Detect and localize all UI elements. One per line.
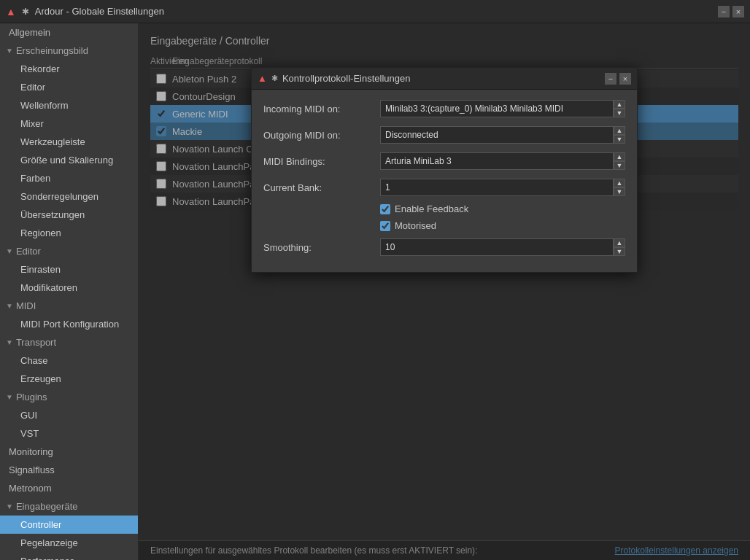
sidebar-item-werkzeugleiste[interactable]: Werkzeugleiste [0,133,138,151]
enable-feedback-label: Enable Feedback [395,203,468,214]
app-logo: ▲ [6,6,16,18]
incoming-midi-label: Incoming MIDI on: [263,104,380,114]
sidebar-item-einrasten[interactable]: Einrasten [0,260,138,279]
modal-settings-icon: ✱ [271,74,278,83]
current-bank-row: Current Bank: ▲ ▼ [263,177,625,198]
sidebar-item-metronom[interactable]: Metronom [0,479,138,497]
enable-feedback-checkbox[interactable] [380,204,390,214]
sidebar-item-monitoring[interactable]: Monitoring [0,443,138,461]
sidebar-item-gui[interactable]: GUI [0,406,138,424]
incoming-down-btn[interactable]: ▼ [614,109,625,117]
close-button[interactable]: × [732,6,744,18]
triangle-plugins: ▼ [6,393,13,401]
smoothing-row: Smoothing: ▲ ▼ [263,237,625,257]
triangle-midi: ▼ [6,302,13,310]
modal-body: Incoming MIDI on: Minilab3 3:(capture_0)… [252,90,637,272]
modal-title: Kontrollprotokoll-Einstellungen [282,73,411,84]
sidebar-item-wellenform[interactable]: Wellenform [0,96,138,114]
modal-overlay: ▲ ✱ Kontrollprotokoll-Einstellungen − × … [139,23,750,560]
sidebar-item-signalfluss[interactable]: Signalfluss [0,461,138,479]
sidebar-item-erzeugen[interactable]: Erzeugen [0,370,138,388]
sidebar-item-pegelanzeige[interactable]: Pegelanzeige [0,534,138,552]
sidebar: Allgemein ▼ Erscheinungsbild Rekorder Ed… [0,23,139,560]
enable-feedback-row: Enable Feedback [380,203,625,214]
midi-bindings-select[interactable]: Arturia MiniLab 3 [380,152,614,170]
modal-titlebar: ▲ ✱ Kontrollprotokoll-Einstellungen − × [252,68,637,90]
sidebar-group-editor2[interactable]: ▼ Editor [0,242,138,260]
sidebar-item-rekorder[interactable]: Rekorder [0,60,138,78]
sidebar-item-mixer[interactable]: Mixer [0,114,138,133]
incoming-midi-select[interactable]: Minilab3 3:(capture_0) Minilab3 Minilab3… [380,100,614,117]
motorised-checkbox[interactable] [380,221,390,231]
bank-up-btn[interactable]: ▲ [614,179,625,187]
sidebar-item-performance[interactable]: Performance [0,552,138,560]
sidebar-group-transport[interactable]: ▼ Transport [0,333,138,351]
sidebar-item-farben[interactable]: Farben [0,169,138,187]
triangle-erscheinungsbild: ▼ [6,47,13,55]
sidebar-item-groesse[interactable]: Größe und Skalierung [0,151,138,169]
sidebar-group-eingabegeraete[interactable]: ▼ Eingabegeräte [0,497,138,516]
modal-close-button[interactable]: × [619,73,631,85]
motorised-row: Motorised [380,220,625,231]
minimize-button[interactable]: − [718,6,730,18]
outgoing-up-btn[interactable]: ▲ [614,126,625,135]
modal-minimize-button[interactable]: − [605,73,616,85]
sidebar-item-uebersetzungen[interactable]: Übersetzungen [0,206,138,224]
motorised-label: Motorised [395,220,436,231]
window-title: Ardour - Globale Einstellungen [35,6,164,17]
bindings-down-btn[interactable]: ▼ [614,161,625,170]
triangle-editor2: ▼ [6,247,13,255]
smoothing-input[interactable] [380,238,614,256]
smoothing-up-btn[interactable]: ▲ [614,238,625,247]
outgoing-midi-row: Outgoing MIDI on: Disconnected ▲ ▼ [263,125,625,145]
sidebar-group-midi[interactable]: ▼ MIDI [0,297,138,315]
sidebar-group-erscheinungsbild[interactable]: ▼ Erscheinungsbild [0,42,138,60]
incoming-up-btn[interactable]: ▲ [614,100,625,109]
triangle-eingabegeraete: ▼ [6,502,13,510]
midi-bindings-row: MIDI Bindings: Arturia MiniLab 3 ▲ ▼ [263,151,625,171]
sidebar-group-plugins[interactable]: ▼ Plugins [0,388,138,406]
current-bank-input[interactable] [380,179,614,196]
sidebar-item-controller[interactable]: Controller [0,516,138,534]
outgoing-midi-select[interactable]: Disconnected [380,126,614,144]
incoming-midi-row: Incoming MIDI on: Minilab3 3:(capture_0)… [263,98,625,119]
modal-app-logo: ▲ [258,73,267,84]
settings-icon: ✱ [22,7,29,17]
outgoing-midi-label: Outgoing MIDI on: [263,130,380,141]
sidebar-item-modifikatoren[interactable]: Modifikatoren [0,279,138,297]
titlebar: ▲ ✱ Ardour - Globale Einstellungen − × [0,0,750,23]
current-bank-label: Current Bank: [263,182,380,193]
sidebar-item-allgemein[interactable]: Allgemein [0,23,138,42]
sidebar-item-sonderregelungen[interactable]: Sonderregelungen [0,187,138,206]
bindings-up-btn[interactable]: ▲ [614,152,625,161]
smoothing-down-btn[interactable]: ▼ [614,247,625,256]
bank-down-btn[interactable]: ▼ [614,187,625,196]
smoothing-label: Smoothing: [263,242,380,253]
triangle-transport: ▼ [6,338,13,346]
sidebar-item-regionen[interactable]: Regionen [0,224,138,242]
sidebar-item-chase[interactable]: Chase [0,351,138,370]
sidebar-item-vst[interactable]: VST [0,424,138,443]
modal-dialog: ▲ ✱ Kontrollprotokoll-Einstellungen − × … [251,67,638,273]
sidebar-item-midiport[interactable]: MIDI Port Konfiguration [0,315,138,333]
sidebar-item-editor[interactable]: Editor [0,78,138,96]
midi-bindings-label: MIDI Bindings: [263,156,380,167]
outgoing-down-btn[interactable]: ▼ [614,135,625,144]
content-area: Eingabegeräte / Controller Aktivieren Ei… [139,23,750,560]
